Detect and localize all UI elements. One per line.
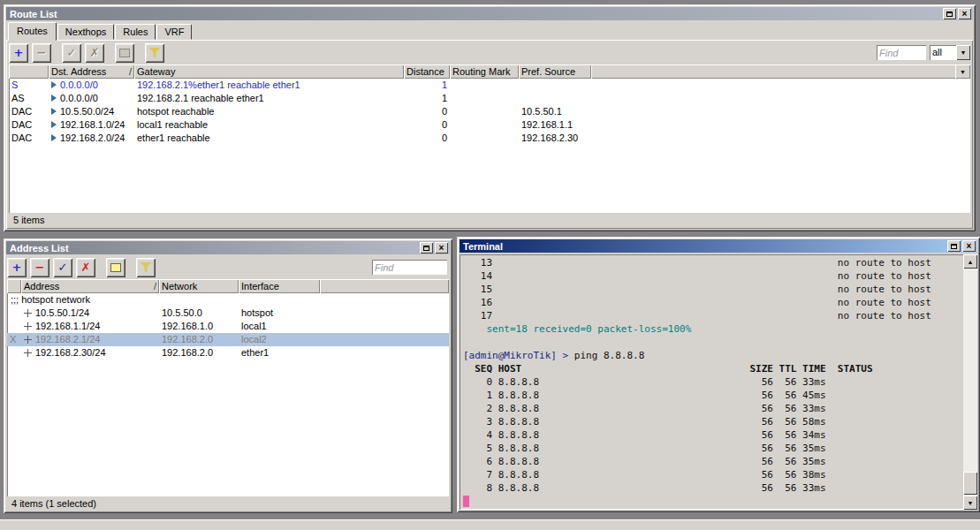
scroll-up-button[interactable]: ▲: [963, 254, 977, 269]
cell-address: 192.168.1.1/24: [21, 320, 159, 333]
column-interface[interactable]: Interface: [239, 279, 320, 293]
prompt-line: [admin@MikroTik] >ping 8.8.8.8: [463, 349, 963, 362]
address-table-body: ;;; hotspot network 10.5.50.1/24 10.5.50…: [7, 293, 449, 360]
maximize-button[interactable]: [947, 240, 961, 252]
cell-routing-mark: [450, 105, 519, 118]
column-routing-mark[interactable]: Routing Mark: [450, 64, 519, 79]
window-title: Terminal: [463, 241, 503, 252]
route-table-header-row: Dst. Address/ Gateway Distance Routing M…: [9, 64, 970, 79]
cell-flags: AS: [9, 92, 49, 105]
column-gateway[interactable]: Gateway: [134, 64, 404, 79]
address-list-titlebar[interactable]: Address List ×: [6, 241, 450, 254]
route-row[interactable]: DAC 10.5.50.0/24 hotspot reachable 0 10.…: [9, 105, 970, 118]
address-row[interactable]: 192.168.1.1/24 192.168.1.0 local1: [7, 320, 449, 333]
terminal-scrollbar[interactable]: ▲ ▼: [963, 254, 977, 510]
filter-button[interactable]: [136, 258, 156, 277]
remove-icon: −: [35, 261, 45, 273]
column-flags[interactable]: [7, 279, 21, 293]
close-button[interactable]: ×: [958, 8, 971, 19]
enable-button[interactable]: ✓: [53, 258, 72, 277]
ping-seq: 3: [463, 415, 492, 428]
route-list-window: Route List × Routes Nexthops Rules VRF +…: [4, 4, 976, 231]
cross-icon: ✗: [81, 261, 91, 273]
tab-vrf[interactable]: VRF: [156, 24, 192, 40]
ping-summary-line: sent=18 received=0 packet-loss=100%: [463, 322, 963, 336]
dropdown-arrow-icon[interactable]: ▼: [956, 45, 970, 60]
ping-seq: 14: [463, 269, 492, 283]
ping-seq: 6: [463, 455, 492, 468]
disable-button[interactable]: ✗: [85, 43, 104, 63]
route-row[interactable]: DAC 192.168.1.0/24 local1 reachable 0 19…: [9, 118, 970, 132]
route-row[interactable]: S 0.0.0.0/0 192.168.2.1%ether1 reachable…: [9, 79, 970, 92]
terminal-titlebar[interactable]: Terminal ×: [460, 239, 977, 253]
route-scope-dropdown[interactable]: all ▼: [930, 45, 970, 60]
terminal-output[interactable]: 13no route to host 14no route to host 15…: [460, 254, 963, 510]
address-row[interactable]: 10.5.50.1/24 10.5.50.0 hotspot: [7, 307, 449, 320]
ip-address-icon: [24, 322, 32, 330]
scrollbar-thumb[interactable]: [963, 472, 977, 495]
column-picker-button[interactable]: ▼: [955, 64, 970, 79]
cell-flags: S: [9, 79, 49, 92]
comment-button[interactable]: [115, 43, 134, 63]
route-table-body: S 0.0.0.0/0 192.168.2.1%ether1 reachable…: [9, 79, 970, 145]
column-distance[interactable]: Distance: [404, 64, 450, 79]
address-text: 192.168.2.30/24: [35, 347, 106, 358]
ping-seq: 17: [463, 309, 492, 322]
cell-dst-address: 192.168.2.0/24: [49, 132, 134, 145]
remove-button[interactable]: −: [32, 43, 51, 63]
cell-gateway: hotspot reachable: [134, 105, 404, 118]
tab-label: Routes: [17, 26, 48, 36]
route-list-titlebar[interactable]: Route List ×: [6, 7, 973, 20]
window-title: Route List: [10, 9, 57, 19]
tab-nexthops[interactable]: Nexthops: [57, 24, 114, 40]
ping-ttl: 56: [773, 442, 796, 455]
cell-pref-source: 192.168.1.1: [519, 118, 591, 132]
add-button[interactable]: +: [9, 43, 28, 63]
scrollbar-track[interactable]: [963, 269, 977, 496]
tab-rules[interactable]: Rules: [115, 24, 156, 40]
desktop: { "colors": { "desktop_bg": "#848284", "…: [0, 0, 980, 530]
maximize-button[interactable]: [943, 8, 956, 19]
column-flags[interactable]: [9, 64, 49, 79]
ping-size: 56: [738, 455, 773, 468]
address-row[interactable]: X 192.168.2.1/24 192.168.2.0 local2: [7, 333, 449, 346]
add-button[interactable]: +: [7, 258, 27, 277]
ping-host: 8.8.8.8: [498, 416, 539, 428]
cell-flags: X: [7, 333, 21, 346]
maximize-button[interactable]: [420, 242, 433, 254]
scroll-down-button[interactable]: ▼: [963, 496, 977, 510]
find-input[interactable]: [877, 45, 926, 60]
enable-button[interactable]: ✓: [62, 43, 81, 63]
ping-summary: sent=18 received=0 packet-loss=100%: [486, 323, 691, 335]
find-input[interactable]: [372, 260, 447, 275]
scope-value: all: [930, 45, 956, 60]
column-address[interactable]: Address/: [21, 279, 159, 293]
ping-time: 33ms: [802, 402, 826, 415]
cell-distance: 1: [404, 92, 450, 105]
ping-size: 56: [738, 428, 773, 442]
column-network[interactable]: Network: [159, 279, 239, 293]
comment-row[interactable]: ;;; hotspot network: [7, 293, 449, 307]
route-row[interactable]: AS 0.0.0.0/0 192.168.2.1 reachable ether…: [9, 92, 970, 105]
column-dst-address[interactable]: Dst. Address/: [49, 64, 134, 79]
filter-button[interactable]: [145, 43, 164, 63]
close-button[interactable]: ×: [962, 240, 976, 252]
column-pref-source[interactable]: Pref. Source: [519, 64, 591, 79]
ping-timeout-line: 16no route to host: [463, 296, 963, 309]
ping-size: 56: [738, 389, 773, 402]
tab-routes[interactable]: Routes: [8, 22, 57, 41]
disable-button[interactable]: ✗: [76, 258, 95, 277]
cell-filler: [591, 79, 970, 92]
route-row[interactable]: DAC 192.168.2.0/24 ether1 reachable 0 19…: [9, 132, 970, 145]
ping-result-line: 48.8.8.8565634ms: [463, 428, 963, 442]
column-filler: [320, 279, 449, 293]
cell-dst-address: 0.0.0.0/0: [49, 92, 134, 105]
close-button[interactable]: ×: [435, 242, 448, 254]
ping-seq: 5: [463, 442, 492, 455]
address-row[interactable]: 192.168.2.30/24 192.168.2.0 ether1: [7, 346, 449, 360]
remove-button[interactable]: −: [30, 258, 49, 277]
sort-indicator-icon: /: [129, 66, 132, 77]
prompt: [admin@MikroTik] >: [463, 350, 568, 361]
comment-button[interactable]: [106, 258, 125, 277]
dst-address-text: 192.168.2.0/24: [60, 132, 125, 143]
